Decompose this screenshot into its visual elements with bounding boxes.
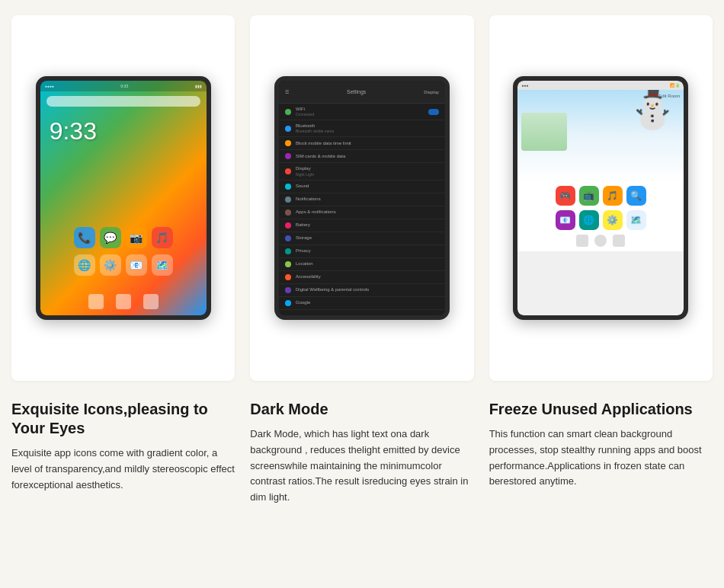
nav-btn: [613, 235, 625, 247]
launcher-app-icon: 🔍: [626, 186, 646, 206]
menu-icon: [285, 184, 291, 190]
device-image-icons: ●●●● 9:33 ▮▮▮ 9:33 📞 💬 📷: [11, 15, 235, 381]
dark-menu-item: Digital Wellbeing & parental controls: [279, 284, 445, 297]
menu-sublabel: Night Light: [296, 172, 439, 177]
launcher-app-icon: 📧: [556, 210, 575, 230]
launcher-nav: [522, 235, 679, 247]
menu-label: Sound: [296, 184, 439, 189]
menu-text: SIM cards & mobile data: [296, 154, 439, 159]
screen-dark: ☰ Settings Display WiFi Connected Blueto…: [279, 81, 445, 315]
feature-card-icons: ●●●● 9:33 ▮▮▮ 9:33 📞 💬 📷: [11, 15, 235, 506]
app-icon: ⚙️: [100, 254, 121, 276]
dark-menu-item: WiFi Connected: [279, 104, 445, 120]
tablet-mockup-dark: ☰ Settings Display WiFi Connected Blueto…: [274, 76, 450, 320]
menu-label: WiFi: [296, 107, 424, 112]
menu-label: Display: [296, 166, 439, 171]
menu-icon: [285, 126, 291, 132]
menu-icon: [285, 248, 291, 254]
menu-icon: [285, 287, 291, 293]
menu-text: Display Night Light: [296, 166, 439, 176]
launcher-apps: 🎮 📺 🎵 🔍 📧 🌐 ⚙️ 🗺️: [517, 181, 684, 251]
app-icon: 🗺️: [152, 254, 173, 276]
dark-menu-item: Battery: [279, 219, 445, 232]
screen-launcher: ●●● 📶 🔋 Edit Room ⛄ 🎮 📺 🎵 🔍: [517, 81, 684, 315]
menu-label: Accessibility: [296, 274, 439, 280]
home-nav-dots: [40, 294, 207, 309]
launcher-header: Edit Room ⛄: [517, 90, 684, 181]
feature-desc-icons: Exquisite app icons come with gradient c…: [11, 446, 235, 493]
menu-label: Bluetooth: [296, 123, 439, 129]
app-row-1: 🎮 📺 🎵 🔍: [522, 186, 679, 206]
feature-desc-freeze: This function can smart clean background…: [489, 427, 713, 490]
device-image-freeze: ●●● 📶 🔋 Edit Room ⛄ 🎮 📺 🎵 🔍: [489, 15, 713, 381]
launcher-app-icon: 🎮: [556, 186, 575, 206]
feature-card-freeze: ●●● 📶 🔋 Edit Room ⛄ 🎮 📺 🎵 🔍: [489, 15, 713, 506]
menu-label: Storage: [296, 235, 439, 241]
dark-menu-list: WiFi Connected Bluetooth Bluetooth visib…: [279, 104, 445, 315]
dark-menu-item: Storage: [279, 232, 445, 245]
launcher-app-icon: 📺: [579, 186, 599, 206]
feature-desc-dark: Dark Mode, which has light text ona dark…: [250, 427, 473, 506]
menu-label: SIM cards & mobile data: [296, 154, 439, 159]
menu-icon: [285, 209, 291, 216]
tablet-mockup-home: ●●●● 9:33 ▮▮▮ 9:33 📞 💬 📷: [36, 76, 211, 320]
launcher-app-icon: 🌐: [579, 210, 599, 230]
menu-text: Sound: [296, 184, 439, 189]
menu-label: Location: [296, 261, 439, 267]
app-icon: 🌐: [74, 254, 95, 276]
features-section: ●●●● 9:33 ▮▮▮ 9:33 📞 💬 📷: [11, 15, 713, 506]
tablet-mockup-launcher: ●●● 📶 🔋 Edit Room ⛄ 🎮 📺 🎵 🔍: [513, 76, 688, 320]
menu-label: Google: [296, 300, 439, 305]
menu-label: Digital Wellbeing & parental controls: [296, 287, 439, 292]
snowman-decoration: ⛄: [629, 90, 676, 128]
dark-menu-item: Block mobile data time limit: [279, 137, 445, 150]
menu-text: WiFi Connected: [296, 107, 424, 117]
dark-menu-item: Google: [279, 297, 445, 310]
dark-menu-item: Bluetooth Bluetooth visible name: [279, 120, 445, 137]
feature-card-dark: ☰ Settings Display WiFi Connected Blueto…: [250, 15, 473, 506]
menu-icon: [285, 168, 291, 174]
feature-title-icons: Exquisite Icons,pleasing to Your Eyes: [11, 400, 235, 438]
screen-home: ●●●● 9:33 ▮▮▮ 9:33 📞 💬 📷: [40, 81, 207, 315]
launcher-app-icon: 🎵: [603, 186, 623, 206]
menu-icon: [285, 261, 291, 267]
menu-label: Block mobile data time limit: [296, 141, 439, 146]
home-search-bar: [46, 96, 200, 107]
menu-text: Battery: [296, 222, 439, 228]
dark-menu-item: Apps & notifications: [279, 206, 445, 219]
dark-menu-item: Privacy: [279, 245, 445, 258]
app-icon: 💬: [100, 227, 121, 248]
menu-text: Privacy: [296, 248, 439, 254]
device-image-dark: ☰ Settings Display WiFi Connected Blueto…: [250, 15, 473, 381]
menu-icon: [285, 153, 291, 159]
menu-icon: [285, 222, 291, 228]
toggle-switch[interactable]: [428, 109, 439, 115]
dark-menu-item: Display Night Light: [279, 163, 445, 180]
dark-menu-item: Sound: [279, 181, 445, 193]
menu-text: Digital Wellbeing & parental controls: [296, 287, 439, 292]
menu-text: Bluetooth Bluetooth visible name: [296, 123, 439, 133]
menu-label: Privacy: [296, 248, 439, 254]
dark-settings-header: ☰ Settings Display: [279, 81, 445, 104]
decorative-hills: [521, 113, 567, 151]
menu-icon: [285, 140, 291, 146]
menu-icon: [285, 300, 291, 306]
menu-icon: [285, 274, 291, 280]
menu-text: Location: [296, 261, 439, 267]
dark-menu-item: SIM cards & mobile data: [279, 150, 445, 163]
feature-title-freeze: Freeze Unused Applications: [489, 400, 713, 419]
menu-text: Google: [296, 300, 439, 305]
app-icon: 📷: [126, 227, 147, 248]
dark-menu-item: Accessibility: [279, 271, 445, 284]
menu-label: Notifications: [296, 197, 439, 202]
menu-sublabel: Connected: [296, 112, 424, 117]
menu-label: Apps & notifications: [296, 209, 439, 215]
launcher-statusbar: ●●● 📶 🔋: [517, 81, 684, 90]
dark-menu-item: Location: [279, 258, 445, 271]
menu-icon: [285, 197, 291, 203]
feature-title-dark: Dark Mode: [250, 400, 473, 419]
menu-text: Notifications: [296, 197, 439, 202]
menu-text: Storage: [296, 235, 439, 241]
app-icon: 📞: [74, 227, 95, 248]
nav-btn: [576, 235, 588, 247]
